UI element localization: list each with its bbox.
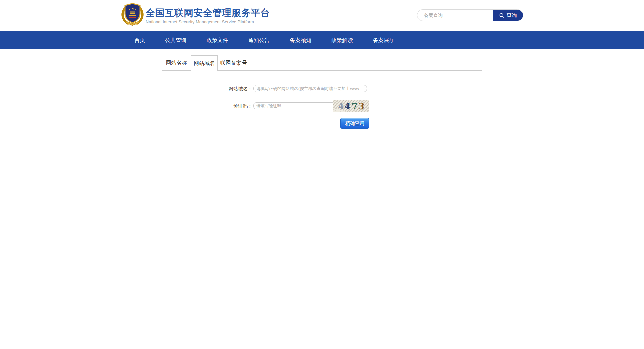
domain-input[interactable] xyxy=(253,85,367,92)
captcha-input[interactable] xyxy=(253,102,339,109)
tab-filing-number[interactable]: 联网备案号 xyxy=(218,55,250,70)
nav-item-policy-files[interactable]: 政策文件 xyxy=(197,31,238,49)
site-identity: 全国互联网安全管理服务平台 National Internet Security… xyxy=(146,8,270,24)
site-title: 全国互联网安全管理服务平台 xyxy=(146,8,270,18)
nav-item-public-query[interactable]: 公共查询 xyxy=(155,31,197,49)
site-subtitle: National Internet Security Management Se… xyxy=(146,20,270,24)
search-button[interactable]: 查询 xyxy=(493,10,523,21)
tab-website-name[interactable]: 网站名称 xyxy=(162,55,191,70)
nav-item-filing-guide[interactable]: 备案须知 xyxy=(280,31,321,49)
nav-item-notices[interactable]: 通知公告 xyxy=(238,31,280,49)
precise-query-button[interactable]: 精确查询 xyxy=(340,118,369,129)
domain-label: 网站域名： xyxy=(162,85,252,92)
captcha-digit: 4 xyxy=(338,102,345,111)
tab-website-domain[interactable]: 网站域名 xyxy=(191,55,218,71)
nav-item-policy-interpretation[interactable]: 政策解读 xyxy=(321,31,363,49)
captcha-digit: 4 xyxy=(344,102,351,111)
main-content: 网站名称 网站域名 联网备案号 网站域名： 验证码： 4 4 7 3 精确查询 xyxy=(0,49,644,349)
magnifier-icon xyxy=(499,13,505,18)
nav-item-home[interactable]: 首页 xyxy=(124,31,155,49)
search-input[interactable] xyxy=(417,10,493,21)
captcha-digit: 3 xyxy=(358,102,365,111)
nav-item-filing-hall[interactable]: 备案展厅 xyxy=(363,31,405,49)
header-search: 查询 xyxy=(417,9,523,21)
police-emblem-logo xyxy=(120,2,145,26)
query-tabs: 网站名称 网站域名 联网备案号 xyxy=(162,55,482,71)
captcha-label: 验证码： xyxy=(162,103,252,109)
captcha-digit: 7 xyxy=(351,102,358,111)
captcha-image[interactable]: 4 4 7 3 xyxy=(333,100,369,112)
main-nav: 首页 公共查询 政策文件 通知公告 备案须知 政策解读 备案展厅 xyxy=(0,31,644,49)
page-header: 全国互联网安全管理服务平台 National Internet Security… xyxy=(0,0,644,31)
search-button-label: 查询 xyxy=(507,12,517,19)
